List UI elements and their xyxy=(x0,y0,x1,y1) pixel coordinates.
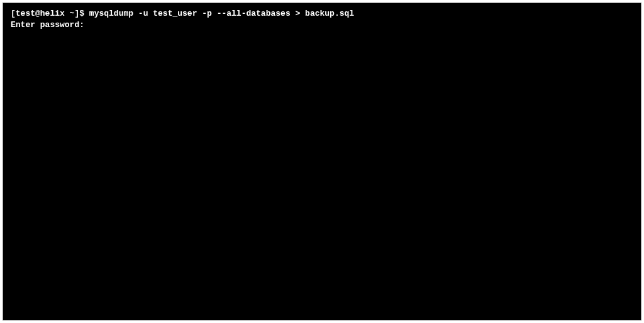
terminal-window[interactable]: [test@helix ~]$ mysqldump -u test_user -… xyxy=(3,3,641,320)
shell-prompt: [test@helix ~]$ xyxy=(11,9,89,18)
shell-command: mysqldump -u test_user -p --all-database… xyxy=(89,9,354,18)
password-prompt-line: Enter password: xyxy=(11,19,633,31)
terminal-command-line: [test@helix ~]$ mysqldump -u test_user -… xyxy=(11,8,633,19)
